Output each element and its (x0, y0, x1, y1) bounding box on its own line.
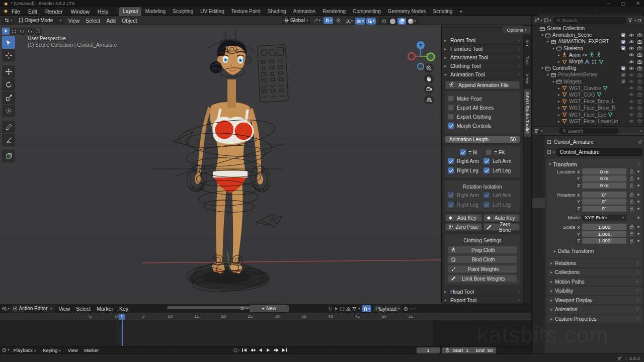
camera-view-button[interactable] (424, 84, 434, 94)
ortho-toggle-button[interactable] (424, 95, 434, 105)
move-tool[interactable] (2, 65, 15, 78)
toolkit-section-header[interactable]: ▸Attachment Tool≡ (444, 53, 521, 62)
start-value[interactable]: 1 (466, 347, 468, 353)
timeline-menu-item[interactable]: View (64, 347, 80, 353)
properties-tab[interactable] (532, 158, 545, 168)
render-camera-toggle[interactable] (636, 72, 643, 78)
workspace-tab[interactable]: Sculpting (169, 7, 197, 16)
render-camera-toggle[interactable] (636, 39, 643, 45)
render-camera-toggle[interactable] (636, 52, 643, 58)
properties-tab[interactable] (532, 138, 545, 148)
expand-arrow[interactable] (540, 66, 545, 70)
lock-open-icon[interactable] (629, 169, 634, 174)
hide-eye-toggle[interactable] (628, 52, 635, 58)
paint-weights-button[interactable]: Paint Weights (448, 265, 517, 273)
hide-eye-toggle[interactable] (628, 99, 635, 105)
measure-tool[interactable] (2, 134, 15, 146)
outliner-row[interactable]: Skeleton (532, 45, 644, 52)
end-value[interactable]: 50 (488, 347, 493, 353)
options-button[interactable]: Options▾ (503, 26, 531, 34)
lock-open-icon[interactable] (629, 192, 634, 197)
expand-arrow[interactable] (551, 79, 556, 84)
render-camera-toggle[interactable] (636, 65, 643, 71)
select-box-button[interactable] (10, 28, 18, 35)
limb-checkbox[interactable] (484, 167, 490, 173)
lock-open-icon[interactable] (629, 231, 634, 236)
select-circle-button[interactable] (18, 28, 26, 35)
gizmo-toggle[interactable]: ▾ (345, 18, 355, 25)
outliner-filter-icon[interactable] (544, 18, 548, 23)
workspace-tab[interactable]: Texture Paint (227, 7, 264, 16)
toolkit-checkbox-row[interactable]: Export All Bones (448, 103, 517, 112)
hide-eye-toggle[interactable] (628, 85, 635, 91)
properties-tab[interactable] (532, 188, 545, 198)
outliner-row[interactable]: WGT_Face_LowerLid (532, 118, 644, 125)
animate-dot[interactable] (636, 208, 640, 210)
limit-bone-weights-button[interactable]: Limit Bone Weights (448, 275, 517, 283)
collapsed-panel-header[interactable]: ▸ Animation ⣿ (547, 306, 642, 314)
viewport-menu-item[interactable]: Add (103, 18, 119, 24)
render-camera-toggle[interactable] (636, 85, 643, 91)
dopesheet-menu-item[interactable]: View (56, 306, 73, 312)
outliner-row[interactable]: ANIMATION_EXPORT (532, 38, 644, 45)
current-frame-badge[interactable]: 1 (118, 314, 125, 320)
hide-eye-toggle[interactable] (628, 45, 635, 51)
outliner-row[interactable]: Scene Collection (532, 25, 644, 32)
animate-dot[interactable] (636, 226, 640, 228)
menu-item[interactable]: Edit (24, 7, 41, 16)
expand-arrow[interactable] (551, 46, 556, 51)
outliner-row[interactable]: Morph (532, 58, 644, 65)
outliner-row[interactable]: WGT_Face_Eye (532, 111, 644, 118)
select-paint-button[interactable] (34, 28, 42, 35)
toolkit-section-header[interactable]: ▸Clothing Tool≡ (444, 62, 521, 70)
transform-value-field[interactable]: 0 m (582, 175, 626, 182)
lock-open-icon[interactable] (629, 199, 634, 204)
render-camera-toggle[interactable] (636, 105, 643, 111)
transform-value-field[interactable]: 0° (582, 206, 626, 212)
object-name-field[interactable]: Control_Armature (556, 148, 642, 156)
prev-keyframe-button[interactable] (249, 347, 256, 353)
properties-search[interactable] (559, 128, 618, 134)
transform-panel-header[interactable]: ▾ Transform ⣿ (549, 160, 640, 168)
workspace-tab[interactable]: Shading (264, 7, 290, 16)
hide-eye-toggle[interactable] (628, 59, 635, 65)
transform-value-field[interactable]: XYZ Euler ▾ (582, 215, 626, 221)
cursor-filter-icon[interactable] (334, 307, 339, 311)
expand-arrow[interactable] (556, 59, 561, 64)
expand-arrow[interactable] (545, 72, 550, 77)
dopesheet-menu-item[interactable]: Select (73, 306, 94, 312)
dopesheet-menu-item[interactable]: Key (116, 306, 131, 312)
select-lasso-button[interactable] (26, 28, 34, 35)
workspace-tab[interactable]: Modeling (141, 7, 169, 16)
collapsed-panel-header[interactable]: ▸ Collections ⣿ (547, 268, 642, 277)
next-keyframe-button[interactable] (273, 347, 280, 353)
object-data-icon[interactable] (547, 150, 551, 154)
expand-arrow[interactable] (556, 86, 561, 90)
auto-key-record-button[interactable]: ▾ (232, 347, 240, 353)
render-camera-toggle[interactable] (636, 118, 643, 124)
exclude-checkbox[interactable] (620, 45, 627, 51)
transform-value-field[interactable]: 0° (582, 199, 626, 205)
transform-value-field[interactable]: 0 m (582, 168, 626, 174)
animation-tool-section[interactable]: ▾Animation Tool≡ (444, 70, 521, 79)
transform-value-field[interactable]: 0 m (582, 183, 626, 189)
dopesheet-editor-icon[interactable] (2, 306, 7, 311)
rotate-tool[interactable] (2, 78, 15, 91)
selection-brackets-icon[interactable] (340, 307, 345, 311)
expand-arrow[interactable] (556, 53, 561, 57)
render-camera-toggle[interactable] (636, 32, 643, 38)
outliner-search-input[interactable] (562, 18, 623, 23)
outliner-row[interactable]: ControlRig (532, 65, 644, 71)
delta-transform-header[interactable]: ▸Delta Transform (549, 247, 640, 255)
expand-arrow[interactable] (556, 99, 561, 104)
workspace-tab[interactable]: Animation (290, 7, 319, 16)
playback-menu[interactable]: Playback ▾ (11, 347, 39, 353)
transform-value-field[interactable]: 0° (582, 192, 626, 198)
hide-eye-toggle[interactable] (628, 72, 635, 78)
orientation-dropdown[interactable]: Global ▾ (282, 17, 310, 24)
overlays-toggle[interactable]: ▾ (355, 18, 365, 25)
zero-pose-button[interactable]: Zero Pose (445, 223, 482, 231)
menu-item[interactable]: Window (66, 7, 93, 16)
outliner-row[interactable]: WGT_Face_Brow_R (532, 105, 644, 111)
snap-target-button[interactable]: ▾ (312, 17, 322, 24)
